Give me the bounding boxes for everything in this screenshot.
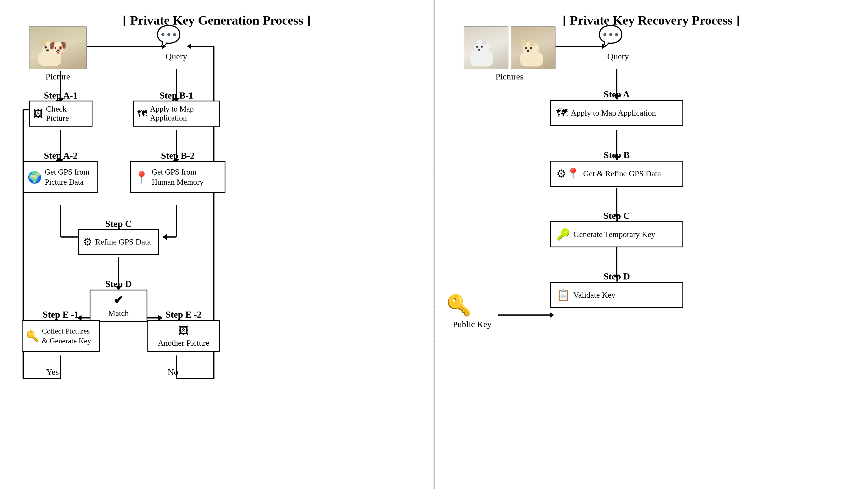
left-panel-title: [ Private Key Generation Process ] (6, 13, 428, 28)
step-a2-box: 🌍 Get GPS from Picture Data (23, 161, 98, 193)
svg-marker-29 (187, 43, 191, 49)
step-c-label-left: Step C (81, 218, 156, 229)
step-e2-box: 🖼 Another Picture (147, 320, 220, 352)
dog-photo-left (29, 26, 87, 69)
pictures-label-right: Pictures (464, 72, 556, 82)
query-label-right: Query (598, 52, 639, 61)
step-a2-label: Step A-2 (23, 150, 98, 161)
step-b1-box: 🗺 Apply to Map Application (133, 100, 220, 127)
yes-label: Yes (46, 367, 59, 377)
svg-marker-13 (162, 234, 167, 240)
step-b-box-right: ⚙📍 Get & Refine GPS Data (550, 161, 683, 187)
left-flow-content: [ Private Key Generation Process ] (6, 9, 428, 480)
step-a1-label: Step A-1 (29, 90, 92, 101)
step-b2-label: Step B-2 (130, 150, 225, 161)
step-c-box-right: 🔑 Generate Temporary Key (550, 221, 683, 247)
step-b1-label: Step B-1 (133, 90, 220, 101)
query-label-left: Query (156, 52, 196, 61)
public-key-icon: 🔑 (446, 293, 471, 317)
step-c-label-right: Step C (550, 210, 683, 221)
right-panel: [ Private Key Recovery Process ] (435, 0, 868, 489)
query-icon-left: 💬 (156, 26, 181, 46)
picture-label-left: Picture (29, 72, 87, 82)
step-b-label-right: Step B (550, 150, 683, 160)
query-icon-right: 💬 (598, 26, 623, 46)
step-e1-box: 🔑 Collect Pictures & Generate Key (22, 320, 100, 352)
step-d-box-left: ✔ Match (90, 289, 147, 322)
step-e2-label: Step E -2 (147, 309, 220, 320)
right-flow-content: [ Private Key Recovery Process ] (440, 9, 863, 480)
svg-marker-43 (550, 312, 554, 318)
no-label: No (168, 367, 178, 377)
step-d-label-left: Step D (92, 279, 145, 289)
right-panel-title: [ Private Key Recovery Process ] (440, 13, 863, 28)
step-a1-box: 🖼 Check Picture (29, 100, 92, 127)
step-c-box-left: ⚙ Refine GPS Data (78, 229, 159, 255)
public-key-label: Public Key (443, 319, 501, 329)
left-panel: [ Private Key Generation Process ] (0, 0, 434, 489)
dog-photos-right (464, 26, 556, 69)
step-a-label-right: Step A (550, 89, 683, 100)
step-d-label-right: Step D (550, 271, 683, 282)
step-a-box-right: 🗺 Apply to Map Application (550, 100, 683, 126)
step-d-box-right: 📋 Validate Key (550, 282, 683, 308)
step-b2-box: 📍 Get GPS from Human Memory (130, 161, 225, 193)
step-e1-label: Step E -1 (25, 309, 97, 320)
